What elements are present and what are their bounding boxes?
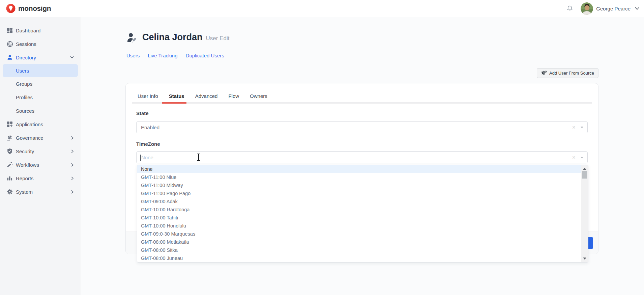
reports-icon — [7, 175, 16, 181]
sidebar-item-users[interactable]: Users — [3, 64, 78, 77]
add-user-from-source-button[interactable]: Add User From Source — [537, 68, 598, 78]
chevron-down-icon — [70, 56, 74, 59]
directory-icon — [7, 54, 16, 60]
scrollbar-thumb[interactable] — [582, 171, 587, 179]
sidebar-item-system[interactable]: System — [0, 185, 81, 198]
chevron-right-icon — [71, 190, 74, 194]
active-tab-indicator — [162, 102, 186, 104]
state-value: Enabled — [141, 125, 159, 130]
bell-icon[interactable] — [566, 5, 573, 12]
scroll-up-icon[interactable] — [583, 168, 586, 170]
timezone-dropdown: None GMT-11:00 Niue GMT-11:00 Midway GMT… — [137, 165, 588, 263]
chevron-right-icon — [71, 136, 74, 140]
logo-text: monosign — [18, 4, 51, 12]
user-menu-name[interactable]: George Pearce — [596, 6, 631, 11]
page-title: Celina Jordan — [142, 32, 203, 43]
chevron-down-icon[interactable] — [635, 7, 639, 10]
timezone-option[interactable]: GMT-10:00 Rarotonga — [137, 206, 588, 214]
sidebar-item-directory[interactable]: Directory — [0, 51, 81, 64]
timezone-option[interactable]: GMT-11:00 Pago Pago — [137, 189, 588, 197]
timezone-label: TimeZone — [136, 141, 160, 147]
workflows-icon — [7, 162, 16, 168]
caret-down-icon[interactable] — [581, 127, 583, 128]
timezone-option[interactable]: GMT-09:0-30 Marquesas — [137, 230, 588, 238]
caret-up-icon[interactable] — [581, 157, 583, 158]
sidebar-item-security[interactable]: Security — [0, 144, 81, 158]
timezone-option[interactable]: GMT-11:00 Niue — [137, 173, 588, 181]
page-subtitle: User Edit — [206, 33, 230, 42]
link-live-tracking[interactable]: Live Tracking — [148, 53, 177, 58]
tab-flow[interactable]: Flow — [225, 90, 242, 102]
timezone-option[interactable]: GMT-10:00 Honolulu — [137, 222, 588, 230]
link-duplicated-users[interactable]: Duplicated Users — [186, 53, 224, 58]
chevron-right-icon — [71, 150, 74, 153]
sidebar-item-applications[interactable]: Applications — [0, 117, 81, 131]
breadcrumb-links: Users Live Tracking Duplicated Users — [126, 53, 224, 58]
sidebar-item-profiles[interactable]: Profiles — [0, 90, 81, 104]
chevron-right-icon — [71, 177, 74, 180]
security-icon — [7, 148, 16, 154]
timezone-option[interactable]: GMT-08:00 Sitka — [137, 246, 588, 254]
clear-icon[interactable]: × — [572, 155, 576, 160]
tab-track — [132, 102, 592, 104]
sidebar-item-dashboard[interactable]: Dashboard — [0, 24, 81, 37]
avatar[interactable] — [581, 2, 593, 15]
timezone-option[interactable]: GMT-08:00 Juneau — [137, 254, 588, 262]
sidebar-item-sessions[interactable]: Sessions — [0, 37, 81, 51]
timezone-option[interactable]: None — [137, 165, 588, 173]
monosign-logo-icon — [6, 4, 16, 13]
sidebar-item-groups[interactable]: Groups — [0, 77, 81, 90]
card-tabs: User Info Status Advanced Flow Owners — [134, 90, 271, 102]
sidebar: Dashboard Sessions Directory Users Group… — [0, 17, 81, 295]
system-icon — [7, 189, 16, 195]
dashboard-icon — [7, 27, 16, 33]
timezone-select[interactable]: × — [136, 151, 588, 163]
tab-owners[interactable]: Owners — [246, 90, 271, 102]
tab-user-info[interactable]: User Info — [134, 90, 162, 102]
sidebar-item-workflows[interactable]: Workflows — [0, 158, 81, 171]
text-caret — [140, 155, 141, 161]
main-content: Celina Jordan User Edit Users Live Track… — [81, 17, 644, 295]
sidebar-item-governance[interactable]: Governance — [0, 131, 81, 144]
sidebar-item-reports[interactable]: Reports — [0, 171, 81, 185]
governance-icon — [7, 135, 16, 141]
chevron-right-icon — [71, 163, 74, 167]
state-label: State — [136, 110, 149, 116]
timezone-option[interactable]: GMT-10:00 Tahiti — [137, 214, 588, 222]
app-logo[interactable]: monosign — [6, 4, 51, 13]
app-header: monosign George Pearce — [0, 0, 644, 17]
tab-advanced[interactable]: Advanced — [192, 90, 221, 102]
sidebar-item-sources[interactable]: Sources — [0, 104, 81, 117]
state-select[interactable]: Enabled × — [136, 121, 588, 133]
scroll-down-icon[interactable] — [583, 258, 586, 260]
tab-status[interactable]: Status — [166, 90, 188, 102]
applications-icon — [7, 121, 16, 127]
sessions-icon — [7, 41, 16, 47]
dropdown-scrollbar[interactable] — [581, 165, 588, 262]
clear-icon[interactable]: × — [572, 125, 576, 130]
timezone-search-input[interactable] — [137, 152, 587, 163]
link-users[interactable]: Users — [126, 53, 140, 58]
timezone-option[interactable]: GMT-08:00 Metlakatla — [137, 238, 588, 246]
timezone-option[interactable]: GMT-09:00 Adak — [137, 197, 588, 206]
timezone-option[interactable]: GMT-11:00 Midway — [137, 181, 588, 189]
page-header: Celina Jordan User Edit — [127, 32, 229, 43]
user-edit-icon — [127, 32, 138, 43]
gears-icon — [541, 71, 547, 76]
